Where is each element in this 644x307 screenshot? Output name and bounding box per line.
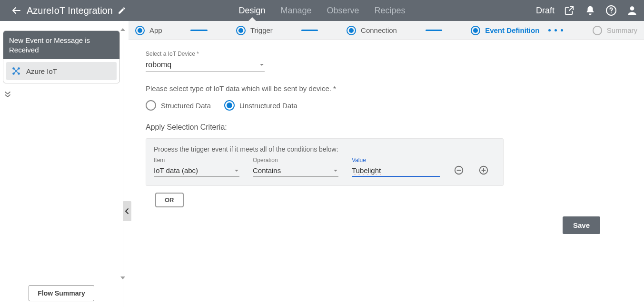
step-label: Summary: [607, 26, 637, 34]
radio-checked-icon: [236, 26, 246, 35]
wizard-step-bar: App Trigger Connection Event Definition: [129, 21, 644, 40]
step-connector-dots: [547, 30, 564, 31]
nav-tab-recipes[interactable]: Recipes: [375, 0, 406, 21]
page-title: AzureIoT Integration: [27, 5, 113, 16]
user-avatar-icon[interactable]: [626, 4, 638, 17]
connector-tile-azure-iot[interactable]: Azure IoT: [6, 62, 117, 80]
dropdown-arrow-icon: [259, 62, 265, 68]
step-label: Connection: [361, 26, 397, 34]
help-icon[interactable]: [605, 4, 617, 17]
bell-icon[interactable]: [584, 4, 596, 17]
radio-checked-icon: [135, 26, 145, 35]
criteria-operation-select[interactable]: Contains: [253, 165, 338, 177]
criteria-help-text: Process the trigger event if it meets al…: [154, 145, 495, 153]
step-trigger[interactable]: Trigger: [236, 26, 273, 35]
data-type-help-text: Please select type of IoT data which wil…: [146, 84, 627, 92]
radio-checked-icon: [224, 100, 235, 111]
criteria-section-title: Apply Selection Criteria:: [146, 123, 627, 132]
criteria-operation-label: Operation: [253, 157, 338, 164]
step-connection[interactable]: Connection: [347, 26, 397, 35]
remove-condition-button[interactable]: [453, 164, 465, 176]
radio-checked-icon: [347, 26, 356, 35]
criteria-item-label: Item: [154, 157, 239, 164]
step-label: Event Definition: [485, 26, 539, 34]
criteria-box: Process the trigger event if it meets al…: [146, 138, 504, 186]
radio-label: Unstructured Data: [239, 102, 297, 110]
device-field-label: Select a IoT Device *: [146, 51, 627, 57]
azure-iot-icon: [11, 66, 21, 76]
criteria-value-input[interactable]: [352, 165, 440, 177]
trigger-card-title: New Event or Message is Received: [3, 31, 119, 59]
device-select[interactable]: robomq: [146, 59, 265, 72]
dropdown-arrow-icon: [234, 168, 239, 174]
step-connector: [426, 30, 443, 31]
criteria-operation-value: Contains: [253, 166, 281, 174]
criteria-item-select[interactable]: IoT data (abc): [154, 165, 239, 177]
svg-point-1: [630, 6, 634, 10]
criteria-item-value: IoT data (abc): [154, 166, 198, 174]
step-connector: [190, 30, 208, 31]
nav-tab-observe[interactable]: Observe: [327, 0, 359, 21]
edit-title-icon[interactable]: [117, 5, 127, 16]
step-event-definition[interactable]: Event Definition: [471, 26, 539, 35]
back-arrow-icon[interactable]: [10, 4, 23, 17]
nav-tab-design[interactable]: Design: [238, 0, 265, 21]
step-summary[interactable]: Summary: [593, 26, 637, 35]
scroll-up-icon[interactable]: [120, 28, 125, 31]
radio-structured-data[interactable]: Structured Data: [146, 100, 211, 111]
radio-unstructured-data[interactable]: Unstructured Data: [224, 100, 297, 111]
radio-unchecked-icon: [146, 100, 156, 111]
open-external-icon[interactable]: [563, 4, 575, 17]
step-app[interactable]: App: [135, 26, 162, 35]
status-label: Draft: [536, 6, 555, 16]
device-select-value: robomq: [146, 61, 259, 69]
expand-chevron-icon[interactable]: [3, 90, 120, 99]
radio-checked-icon: [471, 26, 480, 35]
trigger-card: New Event or Message is Received Azure I…: [3, 31, 120, 83]
step-connector: [301, 30, 318, 31]
radio-unchecked-icon: [593, 26, 602, 35]
add-condition-button[interactable]: [478, 164, 489, 176]
connector-label: Azure IoT: [26, 67, 57, 75]
dropdown-arrow-icon: [333, 168, 338, 174]
criteria-value-label: Value: [352, 157, 440, 164]
step-label: App: [149, 26, 162, 34]
radio-label: Structured Data: [161, 102, 211, 110]
flow-summary-button[interactable]: Flow Summary: [29, 285, 94, 301]
or-button[interactable]: OR: [155, 193, 184, 207]
nav-tab-manage[interactable]: Manage: [280, 0, 311, 21]
save-button[interactable]: Save: [563, 216, 600, 234]
step-label: Trigger: [250, 26, 273, 34]
scroll-down-icon[interactable]: [120, 276, 125, 279]
